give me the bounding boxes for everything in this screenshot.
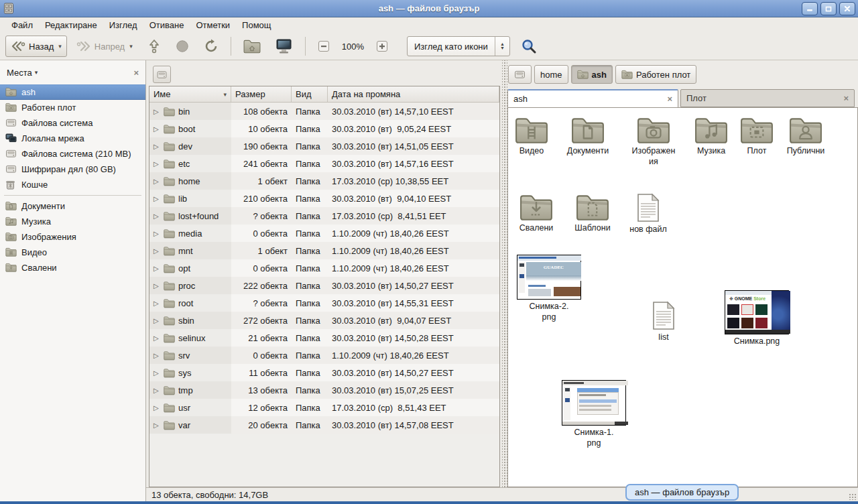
expander-icon[interactable]: ▷ xyxy=(154,387,160,394)
icon-view-item-images[interactable]: Изображен ия xyxy=(621,116,686,167)
tab-ash[interactable]: ash× xyxy=(507,89,678,107)
tree-row[interactable]: ▷sys11 обектаПапка30.03.2010 (вт) 14,50,… xyxy=(149,364,499,381)
tree-row[interactable]: ▷tmp13 обектаПапка30.03.2010 (вт) 15,07,… xyxy=(149,381,499,399)
forward-dropdown-icon[interactable]: ▾ xyxy=(128,43,133,50)
sidebar-item[interactable]: Видео xyxy=(0,245,145,260)
expander-icon[interactable]: ▷ xyxy=(154,178,160,185)
expander-icon[interactable]: ▷ xyxy=(154,404,160,412)
places-select[interactable]: Места xyxy=(7,68,32,78)
tree-row[interactable]: ▷selinux21 обектаПапка30.03.2010 (вт) 14… xyxy=(149,329,499,346)
tree-row[interactable]: ▷lost+found? обектаПапка17.03.2010 (ср) … xyxy=(149,207,499,225)
tree-row[interactable]: ▷opt0 обектаПапка1.10.2009 (чт) 18,40,26… xyxy=(149,259,499,277)
tree-row[interactable]: ▷sbin272 обектаПапка30.03.2010 (вт) 9,04… xyxy=(149,312,499,329)
sidebar-item[interactable]: Изображения xyxy=(0,229,145,245)
sidebar-item[interactable]: Документи xyxy=(0,198,145,214)
expander-icon[interactable]: ▷ xyxy=(154,334,160,342)
home-button[interactable] xyxy=(238,36,266,57)
expander-icon[interactable]: ▷ xyxy=(154,247,160,255)
sidebar-item[interactable]: Файлова система xyxy=(0,115,145,131)
computer-button[interactable] xyxy=(270,36,298,57)
icon-view-item-snimka1[interactable]: Снимка-1. png xyxy=(562,380,626,448)
tree-row[interactable]: ▷usr12 обектаПапка17.03.2010 (ср) 8,51,4… xyxy=(149,399,499,416)
tree-row[interactable]: ▷root? обектаПапка30.03.2010 (вт) 14,55,… xyxy=(149,294,499,312)
expander-icon[interactable]: ▷ xyxy=(154,108,160,115)
zoom-in-button[interactable] xyxy=(371,36,393,57)
icon-view-item-snimka2[interactable]: GUADEC Снимка-2. png xyxy=(517,255,581,322)
icon-view-item-downloads[interactable]: Свалени xyxy=(504,193,568,234)
menu-5[interactable]: Помощ xyxy=(236,18,277,32)
expander-icon[interactable]: ▷ xyxy=(154,195,160,202)
menu-4[interactable]: Отметки xyxy=(190,18,236,32)
tree-row[interactable]: ▷mnt1 обектПапка1.10.2009 (чт) 18,40,26 … xyxy=(149,242,499,259)
sidebar-item[interactable]: Шифриран дял (80 GB) xyxy=(0,162,145,177)
expander-icon[interactable]: ▷ xyxy=(154,230,160,237)
pathbar-button-desktop[interactable]: Работен плот xyxy=(615,65,696,84)
expander-icon[interactable]: ▷ xyxy=(154,369,160,377)
resize-grip[interactable] xyxy=(849,493,857,500)
icon-view-item-documents[interactable]: Документи xyxy=(556,116,620,157)
sidebar-item[interactable]: ash xyxy=(0,84,145,100)
tree-row[interactable]: ▷var20 обектаПапка30.03.2010 (вт) 14,57,… xyxy=(149,416,499,434)
icon-view-item-video[interactable]: Видео xyxy=(499,116,564,157)
icon-view-item-list[interactable]: list xyxy=(631,301,696,343)
tree-row[interactable]: ▷lib210 обектаПапка30.03.2010 (вт) 9,04,… xyxy=(149,190,499,207)
sidebar-item[interactable]: Свалени xyxy=(0,260,145,275)
expander-icon[interactable]: ▷ xyxy=(154,160,160,168)
view-mode-select[interactable]: Изглед като икони ▲▼ xyxy=(407,36,510,56)
icon-view-item-templates[interactable]: Шаблони xyxy=(560,193,625,234)
pathbar-button-volume[interactable] xyxy=(508,65,532,84)
back-button[interactable]: Назад ▾ xyxy=(5,36,67,57)
expander-icon[interactable]: ▷ xyxy=(154,317,160,324)
tree-row[interactable]: ▷srv0 обектаПапка1.10.2009 (чт) 18,40,26… xyxy=(149,346,499,364)
sidebar-item[interactable]: Кошче xyxy=(0,177,145,192)
taskbar-window-button[interactable]: ash — файлов браузър xyxy=(625,484,739,501)
menu-2[interactable]: Изглед xyxy=(103,18,143,32)
reload-button[interactable] xyxy=(198,36,224,57)
icon-view-item-new-file[interactable]: нов файл xyxy=(616,193,680,235)
tree-row[interactable]: ▷boot10 обектаПапка30.03.2010 (вт) 9,05,… xyxy=(149,120,499,137)
close-button[interactable] xyxy=(839,2,855,15)
tree-row[interactable]: ▷etc241 обектаПапка30.03.2010 (вт) 14,57… xyxy=(149,155,499,172)
expander-icon[interactable]: ▷ xyxy=(154,300,160,307)
expander-icon[interactable]: ▷ xyxy=(154,352,160,359)
expander-icon[interactable]: ▷ xyxy=(154,212,160,220)
forward-button[interactable]: Напред ▾ xyxy=(71,36,138,57)
maximize-button[interactable] xyxy=(820,2,837,15)
tree-row[interactable]: ▷media0 обектаПапка1.10.2009 (чт) 18,40,… xyxy=(149,225,499,242)
column-header-date[interactable]: Дата на промяна xyxy=(328,86,499,102)
expander-icon[interactable]: ▷ xyxy=(154,143,160,150)
expander-icon[interactable]: ▷ xyxy=(154,125,160,133)
sidebar-close-icon[interactable]: × xyxy=(133,68,139,78)
tree-row[interactable]: ▷home1 обектПапка17.03.2010 (ср) 10,38,5… xyxy=(149,172,499,190)
zoom-out-button[interactable] xyxy=(312,36,335,57)
icon-view-item-snimka[interactable]: ❉ GNOME Store Снимка.png xyxy=(725,290,789,347)
search-icon[interactable] xyxy=(521,38,537,54)
icon-view-item-public[interactable]: Публични xyxy=(774,116,838,157)
menu-3[interactable]: Отиване xyxy=(143,18,190,32)
sidebar-item[interactable]: Работен плот xyxy=(0,100,145,115)
tree-row[interactable]: ▷bin108 обектаПапка30.03.2010 (вт) 14,57… xyxy=(149,103,499,120)
column-header-type[interactable]: Вид xyxy=(292,86,328,102)
expander-icon[interactable]: ▷ xyxy=(154,282,160,290)
back-dropdown-icon[interactable]: ▾ xyxy=(57,43,62,50)
sidebar-item[interactable]: Музика xyxy=(0,214,145,229)
tab-close-icon[interactable]: × xyxy=(662,94,672,104)
up-button[interactable] xyxy=(142,36,166,57)
menu-0[interactable]: Файл xyxy=(5,18,39,32)
column-header-name[interactable]: Име▾ xyxy=(149,86,231,102)
expander-icon[interactable]: ▷ xyxy=(154,422,160,429)
menu-1[interactable]: Редактиране xyxy=(39,18,103,32)
sidebar-item[interactable]: Файлова система (210 MB) xyxy=(0,146,145,162)
tab-Плот[interactable]: Плот× xyxy=(680,89,855,107)
tree-row[interactable]: ▷dev190 обектаПапка30.03.2010 (вт) 14,51… xyxy=(149,137,499,155)
tab-close-icon[interactable]: × xyxy=(838,93,849,103)
stop-button[interactable] xyxy=(170,36,194,57)
pathbar-button-home[interactable]: home xyxy=(534,65,568,84)
tree-row[interactable]: ▷proc222 обектаПапка30.03.2010 (вт) 14,5… xyxy=(149,277,499,294)
filesystem-root-button[interactable] xyxy=(153,66,171,83)
sidebar-item[interactable]: Локална мрежа xyxy=(0,131,145,146)
pathbar-button-ash[interactable]: ash xyxy=(571,65,613,84)
expander-icon[interactable]: ▷ xyxy=(154,265,160,272)
column-header-size[interactable]: Размер xyxy=(231,86,292,102)
minimize-button[interactable] xyxy=(802,2,818,15)
